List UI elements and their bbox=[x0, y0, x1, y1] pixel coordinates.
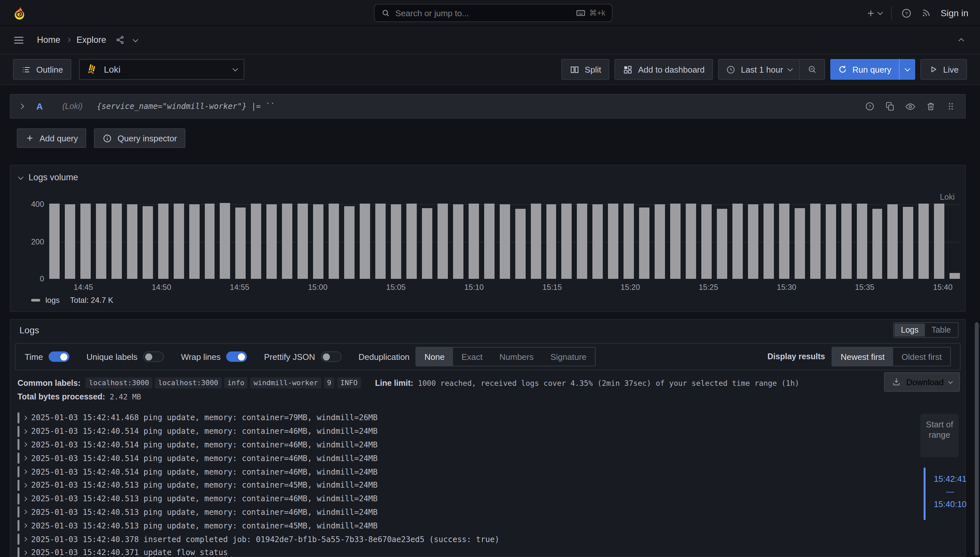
log-row[interactable]: 2025-01-03 15:42:40.371 update flow stat… bbox=[18, 546, 907, 557]
query-expression[interactable]: {service_name="windmill-worker"} |= `` bbox=[97, 102, 865, 111]
view-option-logs[interactable]: Logs bbox=[894, 324, 925, 337]
breadcrumb-actions-chevron[interactable] bbox=[133, 37, 138, 42]
run-query-options-button[interactable] bbox=[899, 59, 915, 80]
volume-bar bbox=[96, 204, 106, 279]
x-tick-label: 15:10 bbox=[455, 283, 494, 292]
log-line-text: 2025-01-03 15:42:40.514 ping update, mem… bbox=[31, 467, 377, 476]
split-button[interactable]: Split bbox=[561, 59, 609, 80]
toggle-switch-prettify-json[interactable] bbox=[321, 352, 341, 362]
expand-log-row-icon[interactable] bbox=[23, 510, 27, 515]
search-input[interactable]: Search or jump to... ⌘+k bbox=[374, 4, 613, 22]
log-row[interactable]: 2025-01-03 15:42:40.513 ping update, mem… bbox=[18, 492, 907, 506]
mega-menu-toggle[interactable] bbox=[13, 34, 24, 46]
help-button[interactable]: ? bbox=[901, 7, 912, 18]
dedup-option-exact[interactable]: Exact bbox=[453, 348, 491, 366]
deduplication-label: Deduplication bbox=[358, 352, 410, 362]
start-of-range-button[interactable]: Start of range bbox=[920, 414, 959, 457]
expand-log-row-icon[interactable] bbox=[23, 550, 27, 555]
live-button[interactable]: Live bbox=[920, 59, 967, 80]
volume-bar bbox=[112, 204, 122, 279]
volume-bar bbox=[826, 204, 836, 279]
drag-handle-icon[interactable] bbox=[946, 101, 956, 112]
expand-log-row-icon[interactable] bbox=[23, 537, 27, 541]
toggle-switch-time[interactable] bbox=[49, 352, 70, 362]
add-to-dashboard-button[interactable]: Add to dashboard bbox=[615, 59, 713, 80]
toggle-switch-unique-labels[interactable] bbox=[143, 352, 164, 362]
clock-icon bbox=[726, 65, 736, 74]
share-shortcut-button[interactable] bbox=[115, 35, 125, 45]
zoom-out-time-button[interactable] bbox=[799, 60, 824, 79]
total-bytes-label: Total bytes processed: bbox=[18, 392, 105, 401]
time-range-button[interactable]: Last 1 hour bbox=[719, 60, 799, 79]
volume-bar bbox=[515, 209, 525, 279]
query-ref-id[interactable]: A bbox=[36, 101, 43, 112]
volume-bar bbox=[298, 204, 308, 279]
run-query-chevron-icon bbox=[905, 66, 910, 72]
line-limit-label: Line limit: bbox=[375, 378, 413, 388]
log-row[interactable]: 2025-01-03 15:42:40.514 ping update, mem… bbox=[18, 452, 907, 465]
log-row[interactable]: 2025-01-03 15:42:40.513 ping update, mem… bbox=[18, 505, 907, 519]
topbar-actions: ? Sign in bbox=[866, 0, 968, 26]
outline-icon bbox=[21, 65, 31, 74]
log-row[interactable]: 2025-01-03 15:42:40.514 ping update, mem… bbox=[18, 465, 907, 479]
range-times: 15:42:41 — 15:40:10 bbox=[931, 474, 969, 520]
logs-volume-header[interactable]: Logs volume bbox=[19, 173, 78, 182]
run-query-button[interactable]: Run query bbox=[830, 59, 899, 80]
log-row[interactable]: 2025-01-03 15:42:40.514 ping update, mem… bbox=[18, 438, 907, 452]
collapse-toolbar-icon[interactable] bbox=[959, 38, 964, 44]
dedup-option-numbers[interactable]: Numbers bbox=[491, 348, 542, 366]
toggle-visibility-eye-icon[interactable] bbox=[905, 101, 916, 112]
add-query-button[interactable]: Add query bbox=[17, 129, 86, 148]
dedup-option-none[interactable]: None bbox=[416, 348, 453, 366]
refresh-icon bbox=[838, 65, 847, 74]
volume-bar bbox=[220, 203, 231, 279]
expand-log-row-icon[interactable] bbox=[23, 523, 27, 528]
query-inspector-button[interactable]: Query inspector bbox=[94, 129, 186, 148]
volume-bar bbox=[717, 209, 727, 279]
expand-log-row-icon[interactable] bbox=[23, 456, 27, 460]
search-placeholder: Search or jump to... bbox=[395, 8, 570, 18]
expand-query-icon[interactable] bbox=[19, 104, 24, 109]
query-help-icon[interactable]: ? bbox=[865, 101, 875, 112]
range-dash: — bbox=[946, 487, 954, 496]
legend-series-name[interactable]: logs bbox=[46, 296, 60, 305]
breadcrumb-explore[interactable]: Explore bbox=[76, 35, 106, 45]
grafana-logo-icon[interactable] bbox=[12, 6, 26, 20]
expand-log-row-icon[interactable] bbox=[23, 443, 27, 447]
log-row[interactable]: 2025-01-03 15:42:40.378 inserted complet… bbox=[18, 533, 907, 546]
delete-query-trash-icon[interactable] bbox=[926, 101, 936, 112]
expand-log-row-icon[interactable] bbox=[23, 469, 27, 474]
range-from: 15:42:41 bbox=[934, 474, 966, 484]
page-scrollbar-thumb[interactable] bbox=[975, 322, 979, 556]
sign-in-link[interactable]: Sign in bbox=[941, 8, 968, 18]
run-query-split-button: Run query bbox=[830, 59, 915, 80]
breadcrumb-row: Home Explore bbox=[0, 26, 980, 54]
volume-bar bbox=[80, 204, 91, 279]
toggle-switch-wrap-lines[interactable] bbox=[226, 352, 247, 362]
total-bytes-value: 2.42 MB bbox=[109, 392, 141, 401]
log-row[interactable]: 2025-01-03 15:42:40.513 ping update, mem… bbox=[18, 479, 907, 492]
volume-bar bbox=[593, 204, 603, 279]
expand-log-row-icon[interactable] bbox=[23, 483, 27, 488]
breadcrumb-home[interactable]: Home bbox=[37, 35, 60, 45]
toggle-knob bbox=[323, 353, 330, 360]
log-row[interactable]: 2025-01-03 15:42:40.514 ping update, mem… bbox=[18, 425, 907, 438]
expand-log-row-icon[interactable] bbox=[23, 497, 27, 501]
log-row[interactable]: 2025-01-03 15:42:40.513 ping update, mem… bbox=[18, 519, 907, 533]
news-rss-button[interactable] bbox=[921, 8, 931, 18]
display-option-newest-first[interactable]: Newest first bbox=[832, 348, 893, 366]
duplicate-query-icon[interactable] bbox=[885, 101, 895, 112]
new-menu-button[interactable] bbox=[866, 8, 882, 18]
download-button[interactable]: Download bbox=[884, 372, 960, 392]
outline-button[interactable]: Outline bbox=[13, 59, 71, 80]
volume-bar bbox=[670, 204, 681, 279]
datasource-picker[interactable]: Loki bbox=[79, 59, 244, 80]
display-option-oldest-first[interactable]: Oldest first bbox=[893, 348, 950, 366]
log-row[interactable]: 2025-01-03 15:42:41.468 ping update, mem… bbox=[18, 411, 907, 425]
dedup-option-signature[interactable]: Signature bbox=[542, 348, 595, 366]
view-option-table[interactable]: Table bbox=[925, 324, 957, 337]
expand-log-row-icon[interactable] bbox=[23, 429, 27, 433]
expand-log-row-icon[interactable] bbox=[23, 415, 27, 420]
explore-toolbar: Outline Loki Split Add to bbox=[0, 54, 980, 85]
toggle-group-unique-labels: Unique labels bbox=[86, 352, 164, 362]
